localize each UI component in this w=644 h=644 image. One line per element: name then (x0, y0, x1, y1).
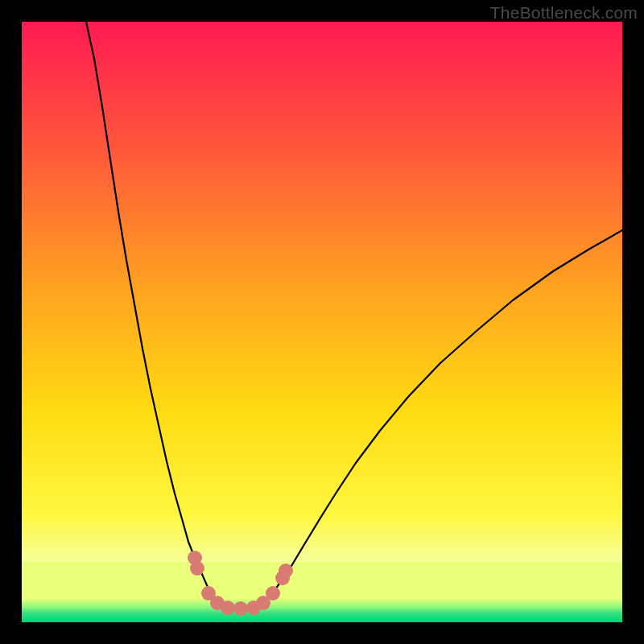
marker-group (188, 551, 293, 616)
curve-marker (279, 564, 293, 578)
chart-svg (22, 22, 622, 622)
attribution-watermark: TheBottleneck.com (490, 3, 638, 23)
chart-frame: TheBottleneck.com (0, 0, 644, 644)
curve-marker (190, 561, 204, 576)
curve-marker (266, 586, 280, 601)
plot-area (22, 22, 622, 622)
curve-marker (233, 601, 248, 616)
bottleneck-curve (86, 22, 622, 609)
curve-marker (221, 601, 235, 615)
curve-path (86, 22, 622, 609)
